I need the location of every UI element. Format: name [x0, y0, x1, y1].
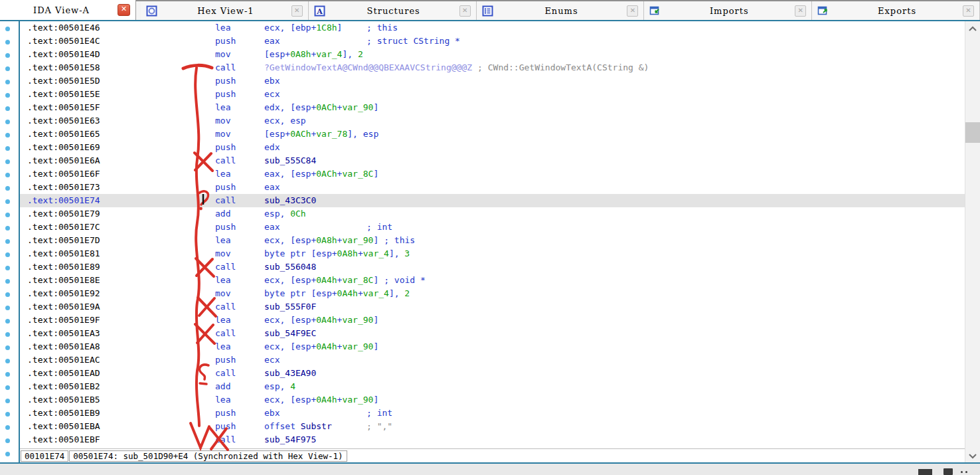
operands: offset Substr — [264, 420, 361, 433]
address: .text:00501EBF — [20, 433, 215, 446]
disassembly-line[interactable]: .text:00501E8Eleaecx, [esp+0A4h+var_8C];… — [20, 274, 965, 287]
address: .text:00501E89 — [20, 260, 215, 274]
operands: ecx — [264, 353, 361, 367]
tab-exports[interactable]: Exports✕ — [812, 1, 980, 20]
taskbar-icon — [918, 469, 932, 475]
mnemonic: mov — [215, 48, 264, 61]
disassembly-line[interactable]: .text:00501EB2addesp, 4 — [20, 380, 965, 393]
address: .text:00501EA8 — [20, 340, 215, 353]
operands: ebx — [264, 407, 361, 420]
comment: ; struct CString * — [361, 35, 460, 48]
disassembly-line[interactable]: .text:00501E7Dleaecx, [esp+0A8h+var_90];… — [20, 234, 965, 247]
disassembly-line[interactable]: .text:00501E92movbyte ptr [esp+0A4h+var_… — [20, 287, 965, 300]
tab-close-icon[interactable]: ✕ — [291, 5, 303, 17]
comment: ; void * — [378, 274, 426, 287]
disassembly-line[interactable]: .text:00501E5Dpushebx — [20, 74, 965, 88]
disassembly-line[interactable]: .text:00501E5Epushecx — [20, 88, 965, 101]
disassembly-line[interactable]: .text:00501EBFcallsub_54F975 — [20, 433, 965, 446]
mnemonic: push — [215, 353, 264, 367]
mnemonic: push — [215, 35, 264, 48]
address: .text:00501E7D — [20, 234, 215, 247]
disassembly-line[interactable]: .text:00501E65mov[esp+0ACh+var_78], esp — [20, 128, 965, 141]
disassembly-line[interactable]: .text:00501E58call?GetWindowTextA@CWnd@@… — [20, 61, 965, 74]
address: .text:00501EA3 — [20, 327, 215, 340]
address: .text:00501E5F — [20, 101, 215, 114]
disassembly-line[interactable]: .text:00501E89callsub_556048 — [20, 260, 965, 274]
disassembly-line[interactable]: .text:00501E7Cpusheax; int — [20, 221, 965, 234]
disassembly-line[interactable]: .text:00501E81movbyte ptr [esp+0A8h+var_… — [20, 247, 965, 260]
tab-hex-view-1[interactable]: Hex View-1✕ — [141, 1, 309, 20]
mnemonic: lea — [215, 21, 264, 35]
disassembly-line[interactable]: .text:00501E4Dmov[esp+0A8h+var_4], 2 — [20, 48, 965, 61]
tab-label: Enums — [496, 6, 627, 16]
mnemonic: push — [215, 141, 264, 154]
disassembly-line[interactable]: .text:00501E9Acallsub_555F0F — [20, 300, 965, 314]
disassembly-line[interactable]: .text:00501E4Cpusheax; struct CString * — [20, 35, 965, 48]
navband-dot — [5, 40, 10, 45]
mnemonic: mov — [215, 287, 264, 300]
tab-close-icon[interactable]: ✕ — [118, 4, 130, 16]
address: .text:00501E81 — [20, 247, 215, 260]
disassembly-line[interactable]: .text:00501E73pusheax — [20, 181, 965, 194]
disassembly-line[interactable]: .text:00501EACpushecx — [20, 353, 965, 367]
mnemonic: push — [215, 181, 264, 194]
disassembly-line[interactable]: .text:00501EB5leaecx, [esp+0A4h+var_90] — [20, 393, 965, 407]
disassembly-line-current[interactable]: .text:00501E74callsub_43C3C0 — [20, 194, 965, 207]
disassembly-line[interactable]: .text:00501E6Acallsub_555C84 — [20, 154, 965, 167]
scroll-up-icon[interactable] — [968, 25, 977, 32]
tab-enums[interactable]: Enums✕ — [477, 1, 645, 20]
tab-structures[interactable]: AStructures✕ — [309, 1, 477, 20]
disassembly-line[interactable]: .text:00501EB9pushebx; int — [20, 407, 965, 420]
navband-dot — [5, 399, 10, 403]
tab-close-icon[interactable]: ✕ — [795, 5, 806, 17]
comment: ; "," — [361, 420, 392, 433]
scroll-down-icon[interactable] — [968, 453, 977, 460]
disassembly-line[interactable]: .text:00501EA8leaecx, [esp+0A4h+var_90] — [20, 340, 965, 353]
disassembly-line[interactable]: .text:00501E79addesp, 0Ch — [20, 207, 965, 221]
comment: ; this — [361, 21, 398, 35]
disassembly-line[interactable]: .text:00501EADcallsub_43EA90 — [20, 367, 965, 380]
navband-dot — [5, 438, 10, 443]
address: .text:00501E5D — [20, 74, 215, 88]
tab-close-icon[interactable]: ✕ — [963, 5, 974, 17]
tab-ida-view-a[interactable]: IDA View-A✕ — [0, 0, 136, 20]
operands: sub_54F9EC — [264, 327, 361, 340]
mnemonic: lea — [215, 340, 264, 353]
view-status-bar: 00101E74 00501E74: sub_501D90+E4 (Synchr… — [20, 448, 965, 462]
disassembly-line[interactable]: .text:00501EA3callsub_54F9EC — [20, 327, 965, 340]
address: .text:00501E5E — [20, 88, 215, 101]
navband-dot — [5, 133, 10, 138]
comment: ; this — [378, 234, 415, 247]
navband-dot — [5, 279, 10, 284]
scrollbar-thumb[interactable] — [965, 122, 980, 143]
navband-dot — [5, 292, 10, 297]
tab-close-icon[interactable]: ✕ — [627, 5, 638, 17]
navband-dot — [5, 372, 10, 377]
disassembly-line[interactable]: .text:00501E63movecx, esp — [20, 114, 965, 128]
operands: ecx — [264, 88, 361, 101]
address: .text:00501E9F — [20, 314, 215, 327]
operands: sub_555F0F — [264, 300, 361, 314]
disassembly-line[interactable]: .text:00501E69pushedx — [20, 141, 965, 154]
disassembly-line[interactable]: .text:00501E46leaecx, [ebp+1C8h]; this — [20, 21, 965, 35]
operands: eax — [264, 181, 361, 194]
disassembly-line[interactable]: .text:00501EBApushoffset Substr; "," — [20, 420, 965, 433]
address: .text:00501EAC — [20, 353, 215, 367]
disassembly-listing[interactable]: .text:00501E46leaecx, [ebp+1C8h]; this.t… — [20, 21, 965, 448]
navband-dot — [5, 385, 10, 390]
tab-imports[interactable]: Imports✕ — [644, 1, 812, 20]
disassembly-line[interactable]: .text:00501E9Fleaecx, [esp+0A4h+var_90] — [20, 314, 965, 327]
mnemonic: mov — [215, 128, 264, 141]
navband-dot — [5, 199, 10, 204]
navband-dot — [5, 266, 10, 270]
navband-dot — [5, 226, 10, 231]
disassembly-line[interactable]: .text:00501E5Fleaedx, [esp+0ACh+var_90] — [20, 101, 965, 114]
tab-close-icon[interactable]: ✕ — [459, 5, 471, 17]
mnemonic: call — [215, 154, 264, 167]
navband-dot — [5, 106, 10, 111]
navband-dot — [5, 239, 10, 244]
address: .text:00501E4C — [20, 35, 215, 48]
vertical-scrollbar[interactable] — [965, 21, 980, 462]
mnemonic: push — [215, 74, 264, 88]
disassembly-line[interactable]: .text:00501E6Fleaeax, [esp+0ACh+var_8C] — [20, 167, 965, 181]
